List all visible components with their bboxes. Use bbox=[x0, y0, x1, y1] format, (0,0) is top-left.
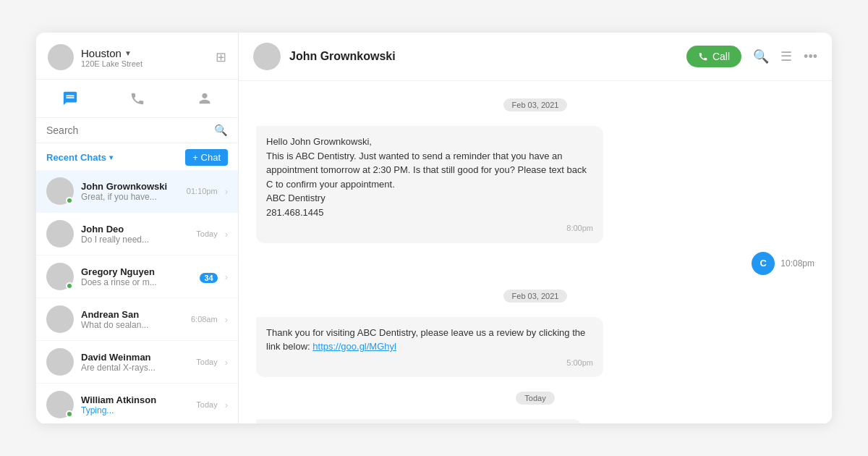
message-time: 8:00pm bbox=[266, 222, 593, 235]
avatar bbox=[46, 263, 74, 290]
message-row: Hi, just checking in on your pain levels… bbox=[256, 419, 814, 423]
avatar bbox=[46, 220, 74, 248]
chevron-right-icon: › bbox=[225, 314, 228, 325]
online-indicator bbox=[66, 282, 73, 290]
sidebar: Houston ▼ 120E Lake Street ⊞ 🔍 bbox=[36, 33, 239, 423]
tab-contacts[interactable] bbox=[183, 85, 226, 111]
message-bubble-outgoing: C bbox=[752, 252, 775, 275]
avatar bbox=[46, 305, 74, 333]
avatar bbox=[46, 348, 74, 376]
chat-preview: Does a rinse or m... bbox=[81, 277, 192, 287]
chat-list: John GrownkowskiGreat, if you have...01:… bbox=[36, 170, 238, 423]
chat-header-name: John Grownkowski bbox=[289, 50, 678, 63]
message-link[interactable]: https://goo.gl/MGhyl bbox=[312, 341, 396, 352]
message-bubble-incoming: Hello John Grownkowski, This is ABC Dent… bbox=[256, 126, 603, 243]
grid-icon[interactable]: ⊞ bbox=[216, 49, 226, 65]
recent-chats-dropdown[interactable]: Recent Chats ▾ bbox=[46, 152, 113, 163]
chat-header: John Grownkowski Call 🔍 ☰ ••• bbox=[239, 33, 832, 81]
chat-messages: Feb 03, 2021Hello John Grownkowski, This… bbox=[239, 81, 832, 423]
chat-list-item[interactable]: David WeinmanAre dental X-rays...Today› bbox=[36, 341, 238, 384]
unread-badge: 34 bbox=[200, 273, 217, 283]
chat-preview: What do sealan... bbox=[81, 320, 184, 330]
chevron-right-icon: › bbox=[225, 400, 228, 410]
date-divider: Today bbox=[256, 392, 814, 405]
message-row: Thank you for visiting ABC Dentistry, pl… bbox=[256, 317, 814, 378]
message-row-outgoing-c: C10:08pm bbox=[752, 252, 814, 275]
chat-preview: Do I really need... bbox=[81, 235, 189, 245]
header-actions: Call 🔍 ☰ ••• bbox=[686, 46, 817, 67]
chat-header-avatar bbox=[253, 43, 281, 70]
chat-preview: Great, if you have... bbox=[81, 192, 179, 202]
online-indicator bbox=[66, 410, 73, 418]
chat-list-item[interactable]: Gregory NguyenDoes a rinse or m...34› bbox=[36, 256, 238, 298]
chat-list-item[interactable]: Andrean SanWhat do sealan...6:08am› bbox=[36, 298, 238, 341]
message-time: 5:00pm bbox=[266, 357, 593, 369]
location-name[interactable]: Houston ▼ bbox=[81, 47, 142, 59]
search-icon[interactable]: 🔍 bbox=[753, 48, 769, 64]
date-divider: Feb 03, 2021 bbox=[256, 98, 814, 111]
message-bubble-incoming: Hi, just checking in on your pain levels… bbox=[256, 419, 582, 423]
location-avatar bbox=[48, 44, 74, 70]
chat-main: John Grownkowski Call 🔍 ☰ ••• Feb 03, 20… bbox=[239, 33, 832, 423]
filter-icon[interactable]: ☰ bbox=[780, 48, 792, 64]
search-bar: 🔍 bbox=[36, 118, 238, 143]
chevron-right-icon: › bbox=[225, 229, 228, 240]
date-badge: Feb 03, 2021 bbox=[503, 290, 568, 303]
chevron-down-icon: ▼ bbox=[124, 49, 132, 57]
message-bubble-incoming: Thank you for visiting ABC Dentistry, pl… bbox=[256, 317, 603, 378]
more-icon[interactable]: ••• bbox=[804, 49, 817, 64]
chat-time: Today bbox=[196, 400, 217, 409]
chevron-right-icon: › bbox=[225, 186, 228, 197]
search-icon: 🔍 bbox=[214, 124, 228, 137]
chat-list-item[interactable]: John DeoDo I really need...Today› bbox=[36, 213, 238, 256]
chevron-right-icon: › bbox=[225, 357, 228, 368]
avatar bbox=[46, 177, 74, 205]
chat-name: Andrean San bbox=[81, 309, 184, 320]
chat-name: Gregory Nguyen bbox=[81, 266, 192, 277]
message-time: 10:08pm bbox=[780, 258, 814, 269]
chevron-down-icon: ▾ bbox=[109, 153, 113, 161]
new-chat-button[interactable]: + Chat bbox=[185, 149, 228, 166]
location-address: 120E Lake Street bbox=[81, 59, 142, 68]
chat-name: John Grownkowski bbox=[81, 181, 179, 192]
chat-preview: Are dental X-rays... bbox=[81, 363, 189, 373]
chat-name: David Weinman bbox=[81, 352, 189, 363]
date-badge: Feb 03, 2021 bbox=[503, 98, 568, 111]
chat-name: William Atkinson bbox=[81, 394, 189, 405]
chat-time: Today bbox=[196, 229, 217, 238]
chat-list-item[interactable]: John GrownkowskiGreat, if you have...01:… bbox=[36, 170, 238, 213]
message-row: Hello John Grownkowski, This is ABC Dent… bbox=[256, 126, 814, 243]
chat-list-item[interactable]: William AtkinsonTyping...Today› bbox=[36, 384, 238, 423]
call-button[interactable]: Call bbox=[686, 46, 741, 67]
chevron-right-icon: › bbox=[225, 271, 228, 282]
date-divider: Feb 03, 2021 bbox=[256, 290, 814, 303]
tab-phone[interactable] bbox=[116, 85, 159, 111]
chat-time: Today bbox=[196, 358, 217, 366]
online-indicator bbox=[66, 197, 73, 204]
search-input[interactable] bbox=[46, 124, 208, 136]
sidebar-header: Houston ▼ 120E Lake Street ⊞ bbox=[36, 33, 238, 80]
location-text: Houston ▼ 120E Lake Street bbox=[81, 47, 142, 68]
chat-name: John Deo bbox=[81, 224, 189, 235]
sidebar-tabs bbox=[36, 80, 238, 118]
recent-chats-header: Recent Chats ▾ + Chat bbox=[36, 143, 238, 170]
location-info: Houston ▼ 120E Lake Street bbox=[48, 44, 142, 70]
tab-chat[interactable] bbox=[48, 85, 92, 111]
avatar bbox=[46, 391, 74, 418]
chat-time: 01:10pm bbox=[187, 187, 218, 195]
chat-time: 6:08am bbox=[191, 315, 218, 324]
chat-preview: Typing... bbox=[81, 405, 189, 415]
date-badge: Today bbox=[516, 392, 554, 405]
